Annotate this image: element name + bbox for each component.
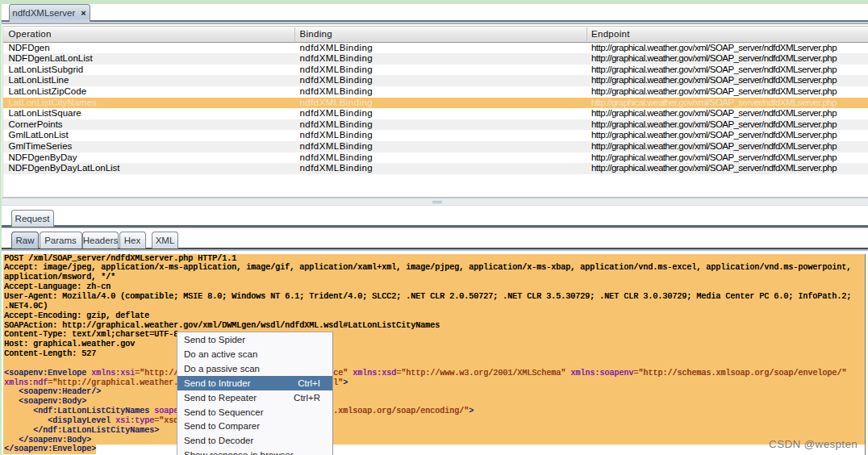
subtab-raw[interactable]: Raw bbox=[11, 232, 39, 248]
table-row[interactable]: NDFDgenByDayndfdXMLBindinghttp://graphic… bbox=[3, 152, 868, 164]
menu-item-send-to-spider[interactable]: Send to Spider bbox=[177, 333, 332, 348]
request-text-segment: xmlns:xsd bbox=[353, 369, 396, 378]
cell-bind: ndfdXMLBinding bbox=[300, 141, 373, 152]
request-line bbox=[3, 359, 865, 369]
table-row[interactable]: NDFDgenLatLonListndfdXMLBindinghttp://gr… bbox=[3, 53, 868, 65]
request-line: Host: graphical.weather.gov bbox=[3, 340, 865, 349]
cell-end: http://graphical.weather.gov/xml/SOAP_se… bbox=[591, 108, 837, 119]
request-line: <displayLevel xsi:type="xsd:integer">?</… bbox=[3, 416, 865, 426]
menu-item-send-to-intruder[interactable]: Send to IntruderCtrl+I bbox=[177, 376, 332, 390]
tab-request[interactable]: Request bbox=[11, 210, 54, 227]
tab-ndfdxmlserver[interactable]: ndfdXMLserver × bbox=[9, 4, 90, 22]
menu-item-send-to-sequencer[interactable]: Send to Sequencer bbox=[177, 405, 332, 420]
table-row[interactable]: GmlLatLonListndfdXMLBindinghttp://graphi… bbox=[3, 130, 868, 141]
menu-item-show-response-in-browser[interactable]: Show response in browser bbox=[177, 448, 332, 455]
request-line: Accept-Language: zh-cn bbox=[3, 282, 865, 292]
request-text-segment: Accept: image/jpeg, application/x-ms-app… bbox=[4, 263, 851, 272]
column-header-endpoint[interactable]: Endpoint bbox=[591, 29, 630, 39]
subtab-hex-label: Hex bbox=[124, 236, 140, 245]
menu-item-label: Show response in browser bbox=[184, 450, 294, 455]
request-line: <soapenv:Header/> bbox=[3, 387, 865, 397]
cell-end: http://graphical.weather.gov/xml/SOAP_se… bbox=[591, 163, 837, 174]
request-line: <soapenv:Body> bbox=[3, 397, 865, 407]
request-text-segment: > bbox=[469, 407, 474, 415]
request-text-segment: Host: graphical.weather.gov bbox=[4, 340, 135, 349]
request-text-segment: Accept-Language: zh-cn bbox=[4, 282, 111, 291]
request-line: </soapenv:Body> bbox=[3, 436, 865, 445]
request-text-segment: ="http://schemas.xmlsoap.org/soap/envelo… bbox=[633, 369, 846, 378]
subtab-headers[interactable]: Headers bbox=[82, 232, 119, 248]
menu-item-label: Send to Decoder bbox=[184, 436, 253, 445]
cell-op: LatLonListSubgrid bbox=[9, 65, 84, 76]
cell-bind: ndfdXMLBinding bbox=[300, 108, 373, 119]
cell-end: http://graphical.weather.gov/xml/SOAP_se… bbox=[591, 43, 837, 54]
cell-end: http://graphical.weather.gov/xml/SOAP_se… bbox=[591, 152, 837, 164]
table-row[interactable]: LatLonListSubgridndfdXMLBindinghttp://gr… bbox=[3, 65, 868, 76]
request-line: Content-Type: text/xml;charset=UTF-8 bbox=[3, 330, 865, 340]
cell-bind: ndfdXMLBinding bbox=[300, 130, 373, 141]
menu-shortcut: Ctrl+I bbox=[298, 378, 320, 388]
menu-item-do-an-active-scan[interactable]: Do an active scan bbox=[177, 347, 332, 361]
splitter-grip-icon bbox=[432, 201, 442, 203]
cell-bind: ndfdXMLBinding bbox=[300, 75, 373, 86]
request-line: application/msword, */* bbox=[3, 273, 865, 282]
subtab-hex[interactable]: Hex bbox=[119, 232, 146, 248]
subtab-headers-label: Headers bbox=[83, 236, 118, 245]
cell-end: http://graphical.weather.gov/xml/SOAP_se… bbox=[591, 86, 837, 98]
cell-end: http://graphical.weather.gov/xml/SOAP_se… bbox=[591, 75, 837, 86]
subtab-xml-label: XML bbox=[156, 236, 175, 245]
request-text-segment: <soapenv:Body> bbox=[4, 397, 86, 406]
table-row[interactable]: CornerPointsndfdXMLBindinghttp://graphic… bbox=[3, 119, 868, 131]
menu-item-send-to-decoder[interactable]: Send to Decoder bbox=[177, 433, 332, 448]
request-text-segment: </soapenv:Body> bbox=[4, 436, 91, 445]
cell-end: http://graphical.weather.gov/xml/SOAP_se… bbox=[591, 98, 837, 109]
table-row[interactable]: GmlTimeSeriesndfdXMLBindinghttp://graphi… bbox=[3, 141, 868, 152]
menu-item-send-to-repeater[interactable]: Send to RepeaterCtrl+R bbox=[177, 390, 332, 405]
request-text-segment: Content-Length: 527 bbox=[4, 349, 96, 358]
cell-bind: ndfdXMLBinding bbox=[300, 65, 373, 76]
request-tab-label: Request bbox=[15, 214, 50, 223]
request-editor[interactable]: POST /xml/SOAP_server/ndfdXMLserver.php … bbox=[3, 254, 866, 455]
request-text-segment: SOAPAction: http://graphical.weather.gov… bbox=[4, 321, 440, 330]
request-line: Content-Length: 527 bbox=[3, 349, 865, 359]
request-line: User-Agent: Mozilla/4.0 (compatible; MSI… bbox=[3, 292, 865, 302]
request-line: Accept: image/jpeg, application/x-ms-app… bbox=[3, 263, 865, 273]
cell-end: http://graphical.weather.gov/xml/SOAP_se… bbox=[591, 141, 837, 152]
table-row[interactable]: LatLonListSquarendfdXMLBindinghttp://gra… bbox=[3, 108, 868, 119]
cell-op: LatLonListCityNames bbox=[9, 98, 97, 109]
cell-op: NDFDgenByDay bbox=[9, 152, 77, 164]
menu-item-do-a-passive-scan[interactable]: Do a passive scan bbox=[177, 361, 332, 376]
request-line: <soapenv:Envelope xmlns:xsi="http://www.… bbox=[3, 369, 865, 378]
cell-op: CornerPoints bbox=[9, 119, 63, 131]
table-row[interactable]: LatLonListLinendfdXMLBindinghttp://graph… bbox=[3, 75, 868, 86]
tab-label: ndfdXMLserver bbox=[12, 8, 75, 18]
cell-op: NDFDgen bbox=[9, 43, 50, 54]
column-header-binding[interactable]: Binding bbox=[300, 29, 332, 39]
splitter-bar[interactable] bbox=[2, 198, 868, 206]
menu-item-label: Send to Intruder bbox=[184, 378, 250, 388]
cell-end: http://graphical.weather.gov/xml/SOAP_se… bbox=[591, 65, 837, 76]
request-text-segment: <soapenv:Header/> bbox=[4, 387, 101, 396]
request-line: .NET4.0C) bbox=[3, 302, 865, 311]
cell-bind: ndfdXMLBinding bbox=[300, 163, 373, 174]
request-text-segment: <displayLevel bbox=[4, 416, 115, 425]
table-row[interactable]: LatLonListZipCodendfdXMLBindinghttp://gr… bbox=[3, 86, 868, 98]
burp-window: ndfdXMLserver × Operation Binding Endpoi… bbox=[2, 4, 868, 455]
subtab-params[interactable]: Params bbox=[40, 232, 82, 248]
cell-op: GmlLatLonList bbox=[9, 130, 69, 141]
cell-bind: ndfdXMLBinding bbox=[300, 152, 373, 164]
cell-op: LatLonListSquare bbox=[9, 108, 81, 119]
menu-item-label: Do an active scan bbox=[184, 349, 257, 359]
request-text-segment: xmlns:ndf bbox=[4, 378, 48, 387]
tab-close-icon[interactable]: × bbox=[81, 8, 86, 18]
table-row[interactable]: NDFDgenByDayLatLonListndfdXMLBindinghttp… bbox=[3, 163, 868, 174]
table-row[interactable]: LatLonListCityNamesndfdXMLBindinghttp://… bbox=[3, 98, 868, 109]
menu-item-send-to-comparer[interactable]: Send to Comparer bbox=[177, 420, 332, 434]
subtab-xml[interactable]: XML bbox=[152, 232, 178, 248]
cell-op: NDFDgenByDayLatLonList bbox=[9, 163, 120, 174]
request-line: <ndf:LatLonListCityNames soapenv:encodin… bbox=[3, 407, 865, 416]
context-menu: Send to SpiderDo an active scanDo a pass… bbox=[177, 332, 333, 455]
table-row[interactable]: NDFDgenndfdXMLBindinghttp://graphical.we… bbox=[3, 43, 868, 54]
cell-bind: ndfdXMLBinding bbox=[300, 53, 373, 65]
column-header-operation[interactable]: Operation bbox=[9, 29, 52, 39]
